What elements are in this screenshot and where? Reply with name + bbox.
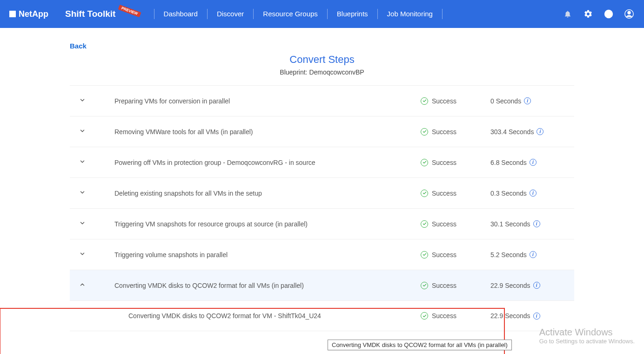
step-status: Success bbox=[421, 251, 490, 259]
step-description: Removing VMWare tools for all VMs (in pa… bbox=[88, 128, 421, 136]
step-status: Success bbox=[421, 190, 490, 197]
step-description: Powering off VMs in protection group - D… bbox=[88, 159, 421, 166]
tooltip: Converting VMDK disks to QCOW2 format fo… bbox=[328, 340, 512, 350]
page-content: Back Convert Steps Blueprint: Demoqcowco… bbox=[0, 28, 644, 354]
step-duration: 22.9 Secondsi bbox=[490, 312, 565, 320]
blueprint-subtitle: Blueprint: DemoqcowconvBP bbox=[70, 68, 574, 76]
step-status: Success bbox=[421, 97, 490, 105]
svg-text:?: ? bbox=[607, 11, 610, 17]
step-status: Success bbox=[421, 312, 490, 320]
settings-icon[interactable] bbox=[583, 8, 594, 20]
step-row: Converting VMDK disks to QCOW2 format fo… bbox=[70, 270, 574, 301]
chevron-down-icon[interactable] bbox=[79, 128, 88, 136]
step-row: Converting VMDK disks to QCOW2 format fo… bbox=[70, 301, 574, 331]
duration-text: 303.4 Seconds bbox=[490, 128, 534, 136]
step-duration: 0.3 Secondsi bbox=[490, 190, 565, 197]
nav-blueprints[interactable]: Blueprints bbox=[328, 9, 377, 19]
product-name-text: Shift Toolkit bbox=[65, 9, 115, 19]
success-check-icon bbox=[421, 97, 428, 105]
success-check-icon bbox=[421, 312, 428, 320]
step-row: Deleting existing snapshots for all VMs … bbox=[70, 178, 574, 209]
info-icon[interactable]: i bbox=[533, 313, 540, 320]
duration-text: 6.8 Seconds bbox=[490, 159, 527, 166]
step-status: Success bbox=[421, 128, 490, 136]
preview-badge: PREVIEW bbox=[118, 5, 141, 17]
success-check-icon bbox=[421, 282, 428, 289]
step-status: Success bbox=[421, 220, 490, 228]
step-description: Preparing VMs for conversion in parallel bbox=[88, 97, 421, 105]
status-text: Success bbox=[432, 251, 456, 259]
step-duration: 30.1 Secondsi bbox=[490, 220, 565, 228]
status-text: Success bbox=[432, 128, 456, 136]
success-check-icon bbox=[421, 128, 428, 136]
step-status: Success bbox=[421, 282, 490, 289]
step-description: Triggering volume snapshots in parallel bbox=[88, 251, 421, 259]
chevron-down-icon[interactable] bbox=[79, 158, 88, 166]
step-duration: 6.8 Secondsi bbox=[490, 159, 565, 166]
top-navigation-bar: NetApp Shift Toolkit PREVIEW Dashboard D… bbox=[0, 0, 644, 28]
step-row: Triggering volume snapshots in parallelS… bbox=[70, 239, 574, 270]
topbar-actions: ? bbox=[562, 8, 635, 20]
chevron-down-icon[interactable] bbox=[79, 189, 88, 197]
nav-discover[interactable]: Discover bbox=[208, 9, 253, 19]
status-text: Success bbox=[432, 97, 456, 105]
step-description: Triggering VM snapshots for resource gro… bbox=[88, 220, 421, 228]
help-icon[interactable]: ? bbox=[603, 8, 614, 20]
product-name: Shift Toolkit PREVIEW bbox=[65, 9, 141, 19]
duration-text: 5.2 Seconds bbox=[490, 251, 527, 259]
info-icon[interactable]: i bbox=[524, 97, 531, 104]
success-check-icon bbox=[421, 159, 428, 166]
success-check-icon bbox=[421, 220, 428, 228]
brand-text: NetApp bbox=[19, 9, 48, 19]
steps-list: Preparing VMs for conversion in parallel… bbox=[70, 85, 574, 331]
status-text: Success bbox=[432, 159, 456, 166]
step-row: Removing VMWare tools for all VMs (in pa… bbox=[70, 116, 574, 147]
chevron-down-icon[interactable] bbox=[79, 97, 88, 105]
duration-text: 22.9 Seconds bbox=[490, 282, 530, 289]
step-duration: 22.9 Secondsi bbox=[490, 282, 565, 289]
step-duration: 0 Secondsi bbox=[490, 97, 565, 105]
nav-divider bbox=[442, 9, 443, 19]
step-row: Triggering VM snapshots for resource gro… bbox=[70, 209, 574, 239]
step-row: Preparing VMs for conversion in parallel… bbox=[70, 86, 574, 116]
success-check-icon bbox=[421, 251, 428, 259]
duration-text: 30.1 Seconds bbox=[490, 220, 530, 228]
info-icon[interactable]: i bbox=[537, 128, 543, 135]
step-status: Success bbox=[421, 159, 490, 166]
page-title: Convert Steps bbox=[70, 54, 574, 66]
chevron-down-icon[interactable] bbox=[79, 251, 88, 259]
nav-dashboard[interactable]: Dashboard bbox=[154, 9, 207, 19]
brand-logo: NetApp bbox=[9, 9, 48, 19]
step-duration: 303.4 Secondsi bbox=[490, 128, 565, 136]
nav-job-monitoring[interactable]: Job Monitoring bbox=[378, 9, 442, 19]
chevron-up-icon[interactable] bbox=[79, 281, 88, 289]
info-icon[interactable]: i bbox=[530, 190, 537, 197]
status-text: Success bbox=[432, 312, 456, 320]
notifications-icon[interactable] bbox=[562, 8, 573, 20]
status-text: Success bbox=[432, 220, 456, 228]
status-text: Success bbox=[432, 282, 456, 289]
info-icon[interactable]: i bbox=[533, 282, 540, 289]
step-description: Converting VMDK disks to QCOW2 format fo… bbox=[88, 312, 421, 320]
main-nav: Dashboard Discover Resource Groups Bluep… bbox=[154, 9, 443, 19]
duration-text: 22.9 Seconds bbox=[490, 312, 530, 320]
status-text: Success bbox=[432, 190, 456, 197]
success-check-icon bbox=[421, 190, 428, 197]
svg-point-3 bbox=[628, 11, 631, 14]
netapp-logo-icon bbox=[9, 11, 16, 17]
step-duration: 5.2 Secondsi bbox=[490, 251, 565, 259]
back-link[interactable]: Back bbox=[70, 42, 574, 50]
step-description: Converting VMDK disks to QCOW2 format fo… bbox=[88, 282, 421, 289]
duration-text: 0 Seconds bbox=[490, 97, 521, 105]
step-description: Deleting existing snapshots for all VMs … bbox=[88, 190, 421, 197]
step-row: Powering off VMs in protection group - D… bbox=[70, 147, 574, 178]
info-icon[interactable]: i bbox=[530, 251, 537, 258]
info-icon[interactable]: i bbox=[530, 159, 537, 166]
user-account-icon[interactable] bbox=[624, 8, 635, 20]
info-icon[interactable]: i bbox=[533, 220, 540, 227]
nav-resource-groups[interactable]: Resource Groups bbox=[254, 9, 327, 19]
duration-text: 0.3 Seconds bbox=[490, 190, 527, 197]
chevron-down-icon[interactable] bbox=[79, 220, 88, 228]
